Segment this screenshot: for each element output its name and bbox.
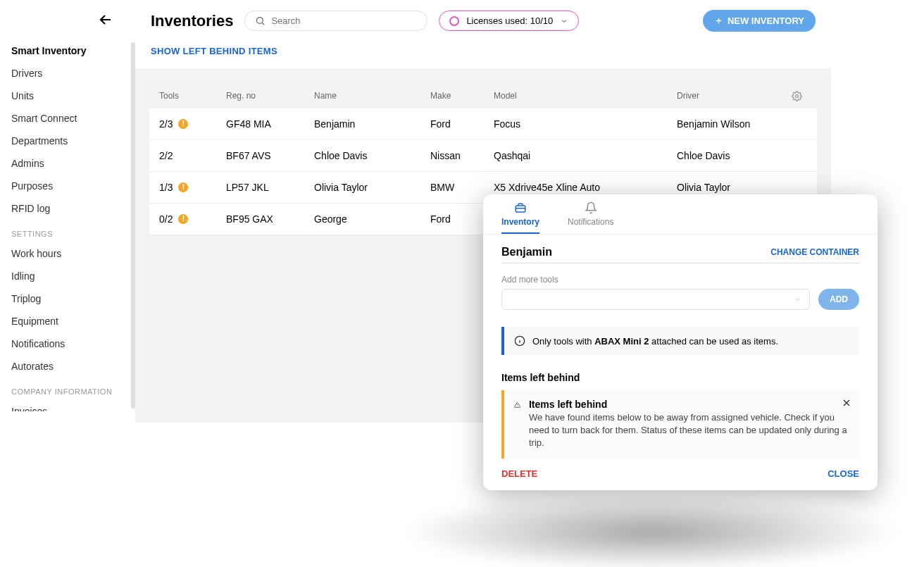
table-header-row: Tools Reg. no Name Make Model Driver	[149, 84, 817, 108]
add-more-tools-label: Add more tools	[501, 275, 859, 285]
header: Inventories Licenses used: 10/10 NEW INV…	[135, 0, 831, 42]
cell-make: Ford	[430, 118, 494, 130]
sidebar-item[interactable]: Admins	[0, 152, 131, 175]
show-left-behind-link[interactable]: SHOW LEFT BEHIND ITEMS	[151, 46, 277, 56]
sidebar-item[interactable]: Work hours	[0, 242, 131, 265]
cell-name: Chloe Davis	[314, 150, 430, 161]
settings-gear-icon[interactable]	[786, 91, 807, 101]
panel-header-row: Benjamin CHANGE CONTAINER	[501, 246, 859, 263]
cell-reg: BF67 AVS	[226, 150, 314, 161]
tab-notifications-label: Notifications	[568, 217, 613, 227]
info-text: Only tools with ABAX Mini 2 attached can…	[532, 336, 778, 347]
cell-name: George	[314, 213, 430, 225]
sidebar-item[interactable]: Departments	[0, 130, 131, 152]
svg-point-1	[795, 95, 798, 98]
warning-dot-icon	[178, 119, 188, 129]
detail-panel: Inventory Notifications Benjamin CHANGE …	[483, 194, 878, 490]
search-input[interactable]	[271, 15, 417, 26]
back-arrow-icon[interactable]	[97, 11, 114, 28]
search-box[interactable]	[244, 11, 427, 31]
items-left-behind-title: Items left behind	[501, 372, 859, 383]
cell-model: Qashqai	[494, 150, 677, 161]
cell-driver: Benjamin Wilson	[677, 118, 786, 130]
licenses-circle-icon	[449, 16, 459, 26]
tab-notifications[interactable]: Notifications	[568, 201, 613, 234]
plus-icon	[714, 16, 723, 25]
cell-reg: BF95 GAX	[226, 213, 314, 225]
table-row[interactable]: 2/3GF48 MIABenjaminFordFocusBenjamin Wil…	[149, 108, 817, 140]
sidebar-item[interactable]: Equipment	[0, 310, 131, 332]
sidebar-item[interactable]: RFID log	[0, 197, 131, 220]
sidebar-section-label: COMPANY INFORMATION	[0, 378, 131, 400]
info-icon	[514, 335, 525, 347]
sidebar-item[interactable]: Smart Connect	[0, 107, 131, 130]
warn-content: Items left behind We have found items be…	[529, 399, 849, 450]
chevron-down-icon	[794, 295, 802, 304]
sidebar-item[interactable]: Units	[0, 85, 131, 107]
th-make: Make	[430, 91, 494, 101]
cell-reg: GF48 MIA	[226, 118, 314, 130]
page-title: Inventories	[151, 12, 233, 30]
warn-banner: Items left behind We have found items be…	[501, 390, 859, 459]
th-driver: Driver	[677, 91, 786, 101]
th-model: Model	[494, 91, 677, 101]
cell-tools: 1/3	[159, 182, 226, 193]
warning-dot-icon	[178, 182, 188, 192]
search-icon	[255, 15, 266, 26]
close-button[interactable]: CLOSE	[828, 468, 859, 479]
scrollbar-thumb[interactable]	[131, 42, 135, 409]
warn-title: Items left behind	[529, 399, 849, 410]
chevron-down-icon	[560, 17, 568, 25]
add-button[interactable]: ADD	[818, 289, 859, 310]
bell-icon	[585, 201, 597, 214]
cell-reg: LP57 JKL	[226, 182, 314, 193]
warning-icon	[514, 399, 520, 411]
sidebar-item[interactable]: Purposes	[0, 175, 131, 197]
sub-link-wrap: SHOW LEFT BEHIND ITEMS	[135, 42, 831, 68]
th-tools: Tools	[159, 91, 226, 101]
sidebar-section-label: SETTINGS	[0, 220, 131, 242]
sidebar-item[interactable]: Smart Inventory	[0, 39, 131, 62]
info-banner: Only tools with ABAX Mini 2 attached can…	[501, 327, 859, 355]
panel-body: Benjamin CHANGE CONTAINER Add more tools…	[483, 235, 878, 459]
cell-make: Nissan	[430, 150, 494, 161]
tab-inventory[interactable]: Inventory	[501, 201, 539, 234]
toolbox-icon	[514, 201, 527, 214]
licenses-text: Licenses used: 10/10	[466, 15, 553, 26]
warn-body: We have found items below to be away fro…	[529, 411, 849, 450]
th-reg: Reg. no	[226, 91, 314, 101]
cell-tools: 2/3	[159, 118, 226, 130]
cell-name: Olivia Taylor	[314, 182, 430, 193]
cell-tools: 0/2	[159, 213, 226, 225]
tool-select[interactable]	[501, 289, 810, 310]
licenses-pill[interactable]: Licenses used: 10/10	[439, 11, 579, 31]
delete-button[interactable]: DELETE	[501, 468, 537, 479]
cell-model: X5 Xdrive45e Xline Auto	[494, 182, 677, 193]
th-name: Name	[314, 91, 430, 101]
new-inventory-label: NEW INVENTORY	[728, 15, 804, 26]
sidebar-item[interactable]: Autorates	[0, 355, 131, 378]
cell-name: Benjamin	[314, 118, 430, 130]
sidebar-item[interactable]: Notifications	[0, 332, 131, 355]
cell-tools: 2/2	[159, 150, 226, 161]
close-icon[interactable]	[841, 397, 852, 411]
panel-shadow	[401, 493, 901, 567]
panel-footer: DELETE CLOSE	[483, 459, 878, 490]
change-container-link[interactable]: CHANGE CONTAINER	[770, 247, 859, 257]
sidebar-item[interactable]: Invoices	[0, 400, 131, 411]
sidebar-item[interactable]: Drivers	[0, 62, 131, 85]
sidebar-item[interactable]: Idling	[0, 265, 131, 287]
cell-driver: Olivia Taylor	[677, 182, 786, 193]
svg-point-0	[257, 18, 263, 24]
add-row: ADD	[501, 289, 859, 310]
sidebar: Smart InventoryDriversUnitsSmart Connect…	[0, 0, 135, 423]
tab-inventory-label: Inventory	[501, 217, 539, 227]
sidebar-item[interactable]: Triplog	[0, 287, 131, 310]
panel-tabs: Inventory Notifications	[483, 194, 878, 235]
warning-dot-icon	[178, 214, 188, 224]
cell-driver: Chloe Davis	[677, 150, 786, 161]
new-inventory-button[interactable]: NEW INVENTORY	[703, 10, 816, 32]
panel-name: Benjamin	[501, 246, 552, 258]
cell-model: Focus	[494, 118, 677, 130]
table-row[interactable]: 2/2BF67 AVSChloe DavisNissanQashqaiChloe…	[149, 140, 817, 172]
